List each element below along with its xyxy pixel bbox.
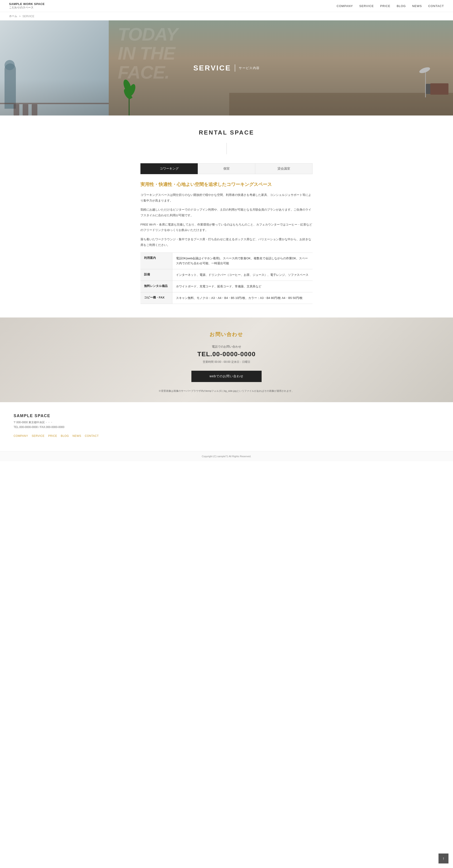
footer-address-line2: TEL.000-0000-0000 / FAX.000-0000-0000 — [13, 425, 440, 430]
hero-section: TODAYIN THEFACE. SERVICE サービス内容 — [0, 20, 453, 116]
table-row: 設備 インターネット、電源、ドリンクバー（コーヒー、お茶、ジュース）、電子レンジ… — [141, 269, 312, 281]
nav-blog[interactable]: BLOG — [397, 4, 406, 8]
contact-section: お問い合わせ 電話でのお問い合わせ TEL.00-0000-0000 営業時間 … — [0, 317, 453, 402]
footer-copyright: Copyright (C) sample71 All Rights Reserv… — [0, 451, 453, 461]
footer-nav-service[interactable]: SERVICE — [32, 434, 44, 437]
site-footer: SAMPLE SPACE 〒000-0000 東京都中央区・・・ TEL.000… — [0, 402, 453, 461]
hero-title: SERVICE — [193, 64, 231, 72]
contact-title: お問い合わせ — [9, 331, 444, 338]
contact-hours: 営業時間 00:00 - 00:00 定休日：日曜日 — [9, 360, 444, 364]
table-cell-rental: ホワイトボード、充電コード、延長コード、常備薬、文房具など — [172, 281, 312, 292]
table-row: 無料レンタル備品 ホワイトボード、充電コード、延長コード、常備薬、文房具など — [141, 281, 312, 292]
footer-address: 〒000-0000 東京都中央区・・・ TEL.000-0000-0000 / … — [13, 420, 440, 430]
hero-bg-text: TODAYIN THEFACE. — [118, 25, 178, 82]
coworking-content: 実用性・快適性・心地よい空間を追求したコワーキングスペース コワーキングスペース… — [141, 181, 312, 304]
table-header-copy: コピー機・FAX — [141, 292, 172, 304]
logo-area: SAMPLE WORK SPACE こだわりのスペース — [9, 2, 44, 9]
contact-note: ※背景画像は画像のサーバーブラウザ内のtempフォルダにbg_side.jpgと… — [158, 389, 295, 393]
contact-phone-number: TEL.00-0000-0000 — [9, 350, 444, 358]
footer-nav-company[interactable]: COMPANY — [13, 434, 28, 437]
footer-nav-contact[interactable]: CONTACT — [85, 434, 99, 437]
tab-coworking[interactable]: コワーキング — [141, 163, 198, 174]
main-nav: COMPANY SERVICE PRICE BLOG NEWS CONTACT — [337, 4, 444, 8]
table-cell-equipment: インターネット、電源、ドリンクバー（コーヒー、お茶、ジュース）、電子レンジ、ソフ… — [172, 269, 312, 281]
hero-title-divider — [235, 64, 235, 71]
table-header-equipment: 設備 — [141, 269, 172, 281]
breadcrumb-current: SERVICE — [23, 15, 34, 18]
hero-title-container: SERVICE サービス内容 — [193, 64, 260, 72]
rental-section-title: RENTAL SPACE — [141, 129, 312, 136]
nav-company[interactable]: COMPANY — [337, 4, 353, 8]
site-name: SAMPLE WORK SPACE — [9, 2, 44, 6]
footer-nav-blog[interactable]: BLOG — [61, 434, 69, 437]
breadcrumb: ホーム > SERVICE — [0, 12, 453, 20]
site-header: SAMPLE WORK SPACE こだわりのスペース COMPANY SERV… — [0, 0, 453, 12]
breadcrumb-home[interactable]: ホーム — [9, 14, 17, 18]
footer-logo: SAMPLE SPACE — [13, 413, 440, 418]
breadcrumb-separator: > — [19, 15, 21, 18]
footer-nav-price[interactable]: PRICE — [48, 434, 57, 437]
coworking-para-2: 気軽にお越しいただけるビジターでのドロップイン利用や、土日の利用が可能となる月額… — [141, 207, 312, 218]
service-tabs: コワーキング 個室 貸会議室 — [141, 163, 312, 174]
table-cell-copy: スキャン無料、モノクロ：A3・A4・B4・B5 10円/枚、カラー：A3・B4 … — [172, 292, 312, 304]
nav-contact[interactable]: CONTACT — [428, 4, 444, 8]
hero-left-panel — [0, 20, 109, 116]
hero-left-bg — [0, 20, 109, 116]
coworking-title: 実用性・快適性・心地よい空間を追求したコワーキングスペース — [141, 181, 312, 188]
footer-nav: COMPANY SERVICE PRICE BLOG NEWS CONTACT — [13, 434, 440, 437]
footer-main: SAMPLE SPACE 〒000-0000 東京都中央区・・・ TEL.000… — [0, 402, 453, 451]
table-row: コピー機・FAX スキャン無料、モノクロ：A3・A4・B4・B5 10円/枚、カ… — [141, 292, 312, 304]
site-tagline: こだわりのスペース — [9, 6, 44, 9]
tab-private[interactable]: 個室 — [198, 163, 255, 174]
content-area: RENTAL SPACE コワーキング 個室 貸会議室 実用性・快適性・心地よい… — [136, 116, 317, 304]
coworking-para-3: FREE Wi-Fi・各席に電源も完備しており、作業環境が整っているのはもちろん… — [141, 222, 312, 233]
hero-subtitle: サービス内容 — [239, 66, 260, 70]
footer-nav-news[interactable]: NEWS — [72, 434, 81, 437]
nav-news[interactable]: NEWS — [412, 4, 422, 8]
table-row: 利用案内 電話OK(web会議はイヤホン着用)、スペース内で飲食OK、複数名で会… — [141, 252, 312, 269]
nav-price[interactable]: PRICE — [380, 4, 390, 8]
table-header-rental: 無料レンタル備品 — [141, 281, 172, 292]
coworking-para-1: コワーキングスペースは間仕切りのない開放的で穏やかな空間、利用者の快適さを考慮し… — [141, 192, 312, 204]
service-info-table: 利用案内 電話OK(web会議はイヤホン着用)、スペース内で飲食OK、複数名で会… — [141, 252, 312, 304]
hero-plant — [122, 75, 136, 116]
section-divider — [227, 143, 227, 154]
footer-address-line1: 〒000-0000 東京都中央区・・・ — [13, 420, 440, 425]
contact-phone-label: 電話でのお問い合わせ — [9, 345, 444, 349]
nav-service[interactable]: SERVICE — [359, 4, 374, 8]
coworking-para-4: 落ち着いたワークラウンジ・集中できるブース席・打ち合わせに使えるボックス席など、… — [141, 237, 312, 248]
main-content: RENTAL SPACE コワーキング 個室 貸会議室 実用性・快適性・心地よい… — [0, 116, 453, 402]
table-cell-usage: 電話OK(web会議はイヤホン着用)、スペース内で飲食OK、複数名で会話しながら… — [172, 252, 312, 269]
table-header-usage: 利用案内 — [141, 252, 172, 269]
contact-web-button[interactable]: webでのお問い合わせ — [191, 371, 262, 382]
tab-meeting[interactable]: 貸会議室 — [255, 163, 312, 174]
hero-right-panel: TODAYIN THEFACE. — [109, 20, 453, 116]
